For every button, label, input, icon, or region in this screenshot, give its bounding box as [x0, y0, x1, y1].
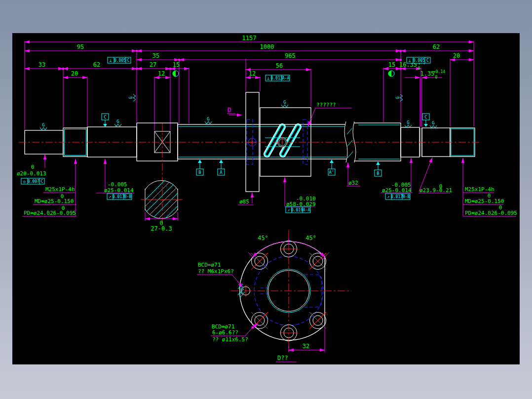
svg-text:B-B: B-B — [124, 195, 132, 199]
fcf-conc-007-c: ◎ 0.007 C — [21, 178, 44, 184]
label-pd-left: PD=ø24.026-0.095 — [24, 210, 76, 216]
svg-text:◎: ◎ — [23, 179, 26, 184]
svg-text:C: C — [424, 115, 427, 120]
view-d-label: D — [228, 106, 231, 114]
svg-text:0.017: 0.017 — [113, 195, 124, 199]
label-thread-right: M25x1P-4h — [465, 186, 494, 193]
dim-1-35-sup: +0.14 — [433, 70, 445, 74]
dim-20-left: 20 — [71, 70, 78, 77]
dim-32-flange: 32 — [303, 343, 309, 350]
svg-text:⊥: ⊥ — [110, 58, 112, 63]
svg-text:G: G — [116, 119, 119, 124]
label-md-right: MD=ø25-0.150 — [465, 198, 504, 204]
svg-text:G: G — [432, 120, 434, 125]
dim-56: 56 — [276, 62, 283, 69]
svg-text:B: B — [198, 170, 201, 175]
svg-text:B-B: B-B — [403, 195, 410, 199]
label-dia25-left: ø25-0.014 — [104, 187, 134, 194]
dim-1-35: 1.35 — [420, 70, 435, 77]
dim-15-left: 15 — [173, 61, 180, 68]
cad-viewport: 1157 95 1000 62 35 965 20 33 62 27 15 15… — [0, 0, 532, 399]
svg-text:G: G — [283, 100, 286, 105]
svg-text:0.005: 0.005 — [413, 58, 425, 63]
label-thread-left: M25x1P-4h — [45, 186, 75, 193]
label-dia20-sup: 0 — [31, 164, 35, 170]
label-dia32: ø32 — [348, 180, 358, 186]
label-dia20: ø20-0.013 — [17, 170, 46, 177]
svg-text:G: G — [395, 96, 400, 99]
fcf-runout-017-bb-right: ↗ 0.017 B-B — [385, 194, 410, 200]
svg-text:0.017: 0.017 — [391, 195, 403, 199]
label-bcd-top-1: BCD=ø71 — [198, 262, 221, 268]
fcf-runout-019-aa: ↗ 0.019 A-A — [286, 207, 310, 213]
fcf-perp-005-c-right: ⊥ 0.005 C — [407, 57, 430, 63]
section-title: D?? — [277, 355, 288, 361]
svg-text:0.019: 0.019 — [291, 208, 303, 212]
label-bcd-top-2: ?? M6x1Px6? — [198, 268, 234, 275]
label-dia85: ø85 — [239, 199, 249, 205]
svg-text:0.005: 0.005 — [114, 58, 126, 63]
dim-20-right: 20 — [453, 52, 460, 59]
dim-45-left: 45° — [258, 235, 268, 241]
label-pd-right: PD=ø24.026-0.095 — [465, 210, 517, 216]
svg-text:G: G — [407, 120, 409, 125]
dim-15-right: 15 — [388, 61, 395, 68]
svg-text:C: C — [127, 58, 130, 63]
dim-12-left: 12 — [158, 70, 165, 77]
nut-note: ?????? — [316, 102, 336, 108]
svg-text:B: B — [377, 171, 379, 176]
dim-62-right: 62 — [433, 43, 440, 50]
dim-12-center: 12 — [249, 70, 256, 77]
ballscrew-drawing: 1157 95 1000 62 35 965 20 33 62 27 15 15… — [0, 0, 532, 399]
svg-text:0.013: 0.013 — [270, 76, 282, 80]
svg-text:⊥: ⊥ — [267, 76, 270, 80]
svg-text:↗: ↗ — [109, 195, 112, 199]
dim-33: 33 — [38, 61, 45, 68]
dim-45-right: 45° — [305, 235, 316, 241]
svg-text:C: C — [426, 58, 429, 63]
svg-text:⊥: ⊥ — [409, 58, 411, 63]
svg-text:↗: ↗ — [387, 195, 390, 199]
dim-1000: 1000 — [260, 43, 274, 50]
label-bcd-bottom-2: 6-ø6.6?? — [212, 329, 238, 336]
svg-text:C: C — [104, 115, 106, 120]
svg-text:A-A: A-A — [303, 208, 310, 212]
dim-965: 965 — [285, 52, 296, 59]
label-dia239: ø23.9-0.21 — [419, 187, 452, 194]
svg-text:A-A: A-A — [282, 76, 290, 80]
svg-text:A: A — [220, 170, 223, 175]
dim-35: 35 — [152, 52, 159, 59]
dim-1-35-sub: 0 — [435, 75, 438, 80]
dim-27-flat: 27-0.3 — [151, 225, 172, 232]
svg-text:G: G — [42, 122, 44, 127]
fcf-perp-013-aa: ⊥ 0.013 A-A — [266, 75, 290, 81]
svg-text:C: C — [41, 179, 43, 184]
svg-text:G: G — [207, 117, 209, 121]
label-bcd-bottom-3: ?? ø11x6.5? — [212, 336, 248, 343]
fcf-perp-005-c-left: ⊥ 0.005 C — [108, 57, 131, 63]
dim-27: 27 — [150, 61, 156, 68]
svg-text:0.007: 0.007 — [28, 179, 39, 184]
label-md-left: MD=ø25-0.150 — [35, 198, 74, 204]
dim-1157: 1157 — [242, 35, 257, 41]
svg-text:A': A' — [329, 170, 335, 175]
fcf-runout-017-bb-left: ↗ 0.017 B-B — [107, 194, 132, 200]
drawing-sheet — [12, 33, 520, 364]
svg-text:G: G — [128, 96, 133, 99]
svg-text:↗: ↗ — [288, 208, 290, 212]
dim-62-left: 62 — [93, 61, 100, 68]
dim-95: 95 — [77, 43, 84, 50]
